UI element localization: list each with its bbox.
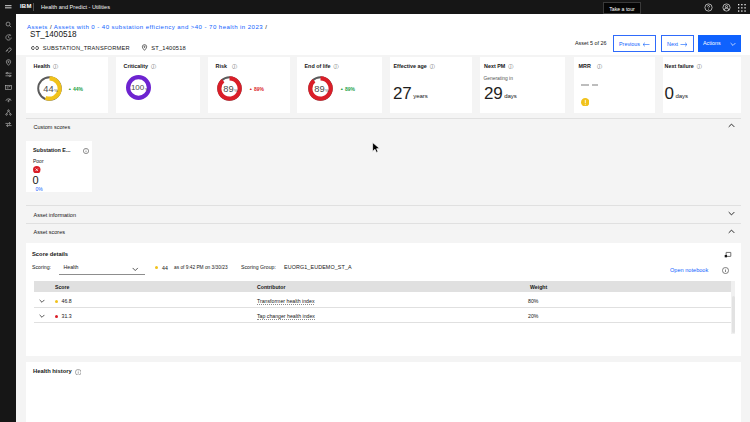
svg-text:44: 44 [43,84,53,94]
svg-text:%: % [54,88,58,93]
svg-text:%: % [325,88,329,93]
svg-text:89: 89 [223,84,233,94]
svg-text:%: % [145,87,149,92]
svg-text:%: % [234,88,238,93]
svg-text:100: 100 [130,83,144,92]
svg-text:89: 89 [314,84,324,94]
